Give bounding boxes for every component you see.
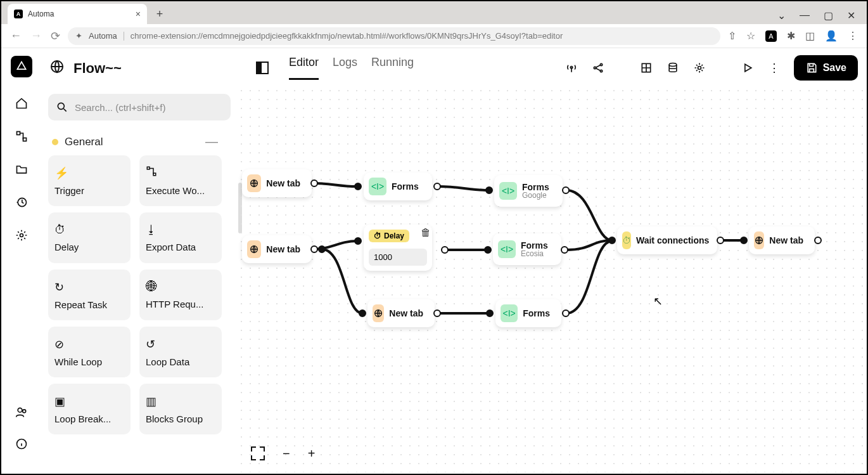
globe-icon [754, 231, 764, 249]
block-export-data[interactable]: ⭳Export Data [139, 212, 222, 263]
node-port[interactable] [608, 237, 616, 244]
node-port[interactable] [441, 246, 449, 254]
new-tab-button[interactable]: + [151, 5, 169, 23]
node-port[interactable] [561, 246, 568, 254]
block-while-loop[interactable]: ⊘While Loop [48, 327, 131, 377]
node-port[interactable] [359, 309, 366, 317]
window-controls: ⌄ — ▢ ✕ [777, 10, 867, 24]
tab-running[interactable]: Running [371, 56, 414, 80]
ext-badge-icon[interactable]: A [765, 30, 777, 42]
globe-icon [373, 304, 384, 322]
sidepanel-icon[interactable]: ◫ [805, 30, 815, 42]
close-window-icon[interactable]: ✕ [847, 10, 855, 22]
node-port[interactable] [354, 237, 362, 245]
block-http-request[interactable]: 🌐︎HTTP Requ... [139, 270, 222, 320]
workflow-icon[interactable] [15, 129, 29, 143]
home-icon[interactable] [15, 96, 29, 110]
profile-icon[interactable]: 👤 [825, 30, 838, 42]
browser-tab[interactable]: A Automa × [8, 4, 147, 24]
chevron-down-icon[interactable]: ⌄ [777, 10, 786, 22]
node-forms-google[interactable]: <I> FormsGoogle [494, 175, 563, 207]
svg-point-11 [594, 67, 596, 68]
tab-logs[interactable]: Logs [333, 56, 357, 80]
node-port[interactable] [484, 246, 492, 254]
database-icon[interactable] [666, 62, 680, 74]
folder-icon[interactable] [15, 162, 29, 176]
node-forms-1[interactable]: <I> Forms [364, 172, 432, 200]
group-icon: ▥ [146, 394, 215, 408]
block-delay[interactable]: ⏱Delay [48, 212, 131, 263]
forward-icon[interactable]: → [30, 29, 42, 43]
node-port[interactable] [562, 186, 570, 194]
timer-icon: ⏱ [622, 231, 631, 249]
save-button[interactable]: Save [794, 55, 858, 81]
url-field[interactable]: ✦ Automa chrome-extension://emcdmnejgoie… [68, 27, 720, 45]
maximize-icon[interactable]: ▢ [824, 10, 833, 22]
node-new-tab-4[interactable]: New tab [749, 226, 815, 254]
gear-icon[interactable] [692, 62, 706, 74]
block-loop-data[interactable]: ↺Loop Data [139, 327, 222, 377]
url-app-label: Automa [89, 31, 117, 41]
flow-title[interactable]: Flow~~ [73, 60, 122, 77]
share-icon[interactable]: ⇧ [728, 30, 736, 42]
fit-view-icon[interactable] [251, 446, 265, 460]
star-icon[interactable]: ☆ [746, 30, 755, 42]
node-port[interactable] [486, 309, 494, 317]
block-loop-break[interactable]: ▣Loop Break... [48, 384, 131, 434]
node-port[interactable] [433, 183, 441, 190]
history-icon[interactable] [15, 195, 29, 209]
node-wait-connections[interactable]: ⏱ Wait connections [617, 226, 717, 254]
table-icon[interactable] [639, 62, 653, 74]
save-label: Save [823, 62, 846, 74]
reload-icon[interactable]: ⟳ [51, 29, 60, 43]
node-port[interactable] [485, 186, 493, 194]
zoom-out-icon[interactable]: − [283, 446, 290, 461]
node-forms-3[interactable]: <I> Forms [495, 299, 561, 327]
node-port[interactable] [433, 309, 441, 317]
info-icon[interactable] [15, 437, 29, 451]
tab-editor[interactable]: Editor [289, 56, 319, 80]
node-port[interactable] [318, 245, 326, 253]
category-header[interactable]: General — [48, 132, 237, 152]
side-rail [3, 49, 41, 472]
block-blocks-group[interactable]: ▥Blocks Group [139, 384, 222, 434]
toggle-panel-icon[interactable] [256, 62, 269, 74]
node-port[interactable] [354, 183, 362, 190]
delay-value-input[interactable]: 1000 [369, 249, 427, 266]
search-icon [56, 101, 68, 114]
timer-icon: ⏱ [54, 223, 124, 237]
node-new-tab-2[interactable]: New tab [242, 235, 312, 263]
more-icon[interactable]: ⋮ [848, 30, 858, 42]
team-icon[interactable] [15, 405, 29, 419]
node-port[interactable] [717, 237, 724, 244]
trash-icon[interactable]: 🗑 [421, 227, 431, 238]
search-input[interactable]: Search... (ctrl+shift+f) [48, 94, 231, 120]
share-nodes-icon[interactable] [591, 62, 605, 74]
block-execute-workflow[interactable]: Execute Wo... [139, 155, 222, 206]
node-port[interactable] [310, 179, 318, 187]
play-icon[interactable] [741, 62, 755, 74]
collapse-icon[interactable]: — [205, 134, 233, 149]
puzzle-icon[interactable]: ✱ [787, 30, 795, 42]
workflow-canvas[interactable]: New tab <I> Forms <I> FormsGoogle [237, 86, 865, 472]
browser-addressbar: ← → ⟳ ✦ Automa chrome-extension://emcdmn… [1, 24, 867, 48]
settings-icon[interactable] [15, 228, 29, 242]
node-port[interactable] [562, 309, 570, 317]
kebab-icon[interactable]: ⋮ [767, 61, 781, 75]
app-logo[interactable] [11, 56, 32, 77]
back-icon[interactable]: ← [10, 29, 22, 43]
node-port[interactable] [740, 237, 748, 244]
node-port[interactable] [310, 245, 318, 253]
node-port[interactable] [814, 237, 822, 244]
close-tab-icon[interactable]: × [136, 9, 141, 19]
zoom-in-icon[interactable]: + [308, 446, 316, 461]
broadcast-icon[interactable] [565, 62, 578, 74]
minimize-icon[interactable]: — [800, 10, 810, 22]
svg-rect-0 [17, 132, 20, 135]
block-repeat-task[interactable]: ↻Repeat Task [48, 270, 131, 320]
node-new-tab-1[interactable]: New tab [242, 169, 312, 197]
globe-icon [247, 174, 261, 192]
node-forms-ecosia[interactable]: <I> FormsEcosia [493, 233, 561, 265]
block-trigger[interactable]: ⚡Trigger [48, 155, 131, 206]
node-new-tab-3[interactable]: New tab [367, 299, 435, 327]
